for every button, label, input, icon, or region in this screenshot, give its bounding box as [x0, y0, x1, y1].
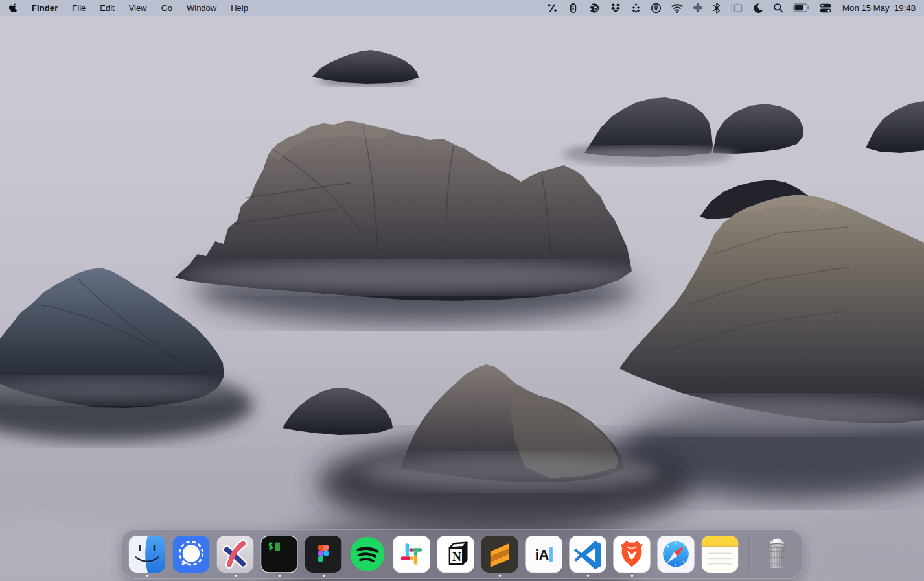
- plus-utility-icon[interactable]: [693, 0, 703, 16]
- dock-item-trash[interactable]: [759, 536, 796, 573]
- dock-item-notion[interactable]: N: [437, 536, 474, 573]
- dropbox-icon[interactable]: [610, 0, 621, 16]
- menu-view[interactable]: View: [122, 0, 154, 16]
- active-app-menu[interactable]: Finder: [25, 3, 65, 13]
- dock-item-spotify[interactable]: [349, 536, 386, 573]
- wifi-icon[interactable]: [671, 0, 683, 16]
- running-indicator: [146, 575, 148, 577]
- notion-letter: N: [452, 550, 461, 563]
- dock-item-slack[interactable]: [393, 536, 430, 573]
- dock-item-signal[interactable]: [173, 536, 210, 573]
- diamond-cluster-icon[interactable]: [631, 0, 641, 16]
- menu-bar-left: Finder File Edit View Go Window Help: [0, 0, 255, 16]
- dock-item-vscode[interactable]: [570, 536, 606, 573]
- focus-moon-icon[interactable]: [752, 0, 763, 16]
- 1password-icon[interactable]: [651, 0, 662, 16]
- menu-help[interactable]: Help: [224, 0, 255, 16]
- dock-item-notes[interactable]: [702, 536, 739, 573]
- dock-item-figma[interactable]: [305, 536, 342, 573]
- pill-keyboard-icon[interactable]: [568, 0, 579, 16]
- menu-edit[interactable]: Edit: [93, 0, 121, 16]
- creative-cloud-icon[interactable]: [588, 0, 600, 16]
- dock-separator: [748, 536, 749, 573]
- dock-item-finder[interactable]: [129, 536, 166, 573]
- dock-item-safari[interactable]: [658, 536, 695, 573]
- ia-writer-letters: iA: [535, 547, 549, 563]
- running-indicator: [498, 575, 501, 577]
- dock-item-brave[interactable]: [614, 536, 651, 573]
- running-indicator: [234, 575, 237, 577]
- bluetooth-icon[interactable]: [713, 0, 721, 16]
- menubar-clock[interactable]: Mon 15 May 19:48: [841, 3, 916, 13]
- apple-menu[interactable]: [0, 0, 25, 16]
- battery-icon[interactable]: [793, 0, 810, 16]
- stage-manager-icon[interactable]: [730, 0, 743, 16]
- spotlight-search-icon[interactable]: [773, 0, 783, 16]
- menu-bar-status-area: Mon 15 May 19:48: [547, 0, 924, 16]
- control-center-icon[interactable]: [820, 0, 831, 16]
- running-indicator: [586, 575, 589, 577]
- dock-container: $: [121, 529, 803, 579]
- dock: $: [121, 529, 803, 579]
- running-indicator: [630, 575, 633, 577]
- menu-go[interactable]: Go: [154, 0, 179, 16]
- dock-item-sublime-text[interactable]: [481, 536, 518, 573]
- apple-icon: [9, 2, 18, 14]
- dock-item-terminal[interactable]: $: [261, 536, 298, 573]
- desktop-wallpaper: [0, 0, 924, 581]
- menu-file[interactable]: File: [65, 0, 93, 16]
- dock-item-ia-writer[interactable]: iA: [526, 536, 562, 573]
- menu-bar: Finder File Edit View Go Window Help: [0, 0, 924, 16]
- running-indicator: [278, 575, 281, 577]
- dock-item-craft[interactable]: [217, 536, 254, 573]
- running-indicator: [322, 575, 325, 577]
- terminal-prompt-text: $: [268, 541, 273, 551]
- wand-sparkles-icon[interactable]: [547, 0, 558, 16]
- menu-window[interactable]: Window: [179, 0, 224, 16]
